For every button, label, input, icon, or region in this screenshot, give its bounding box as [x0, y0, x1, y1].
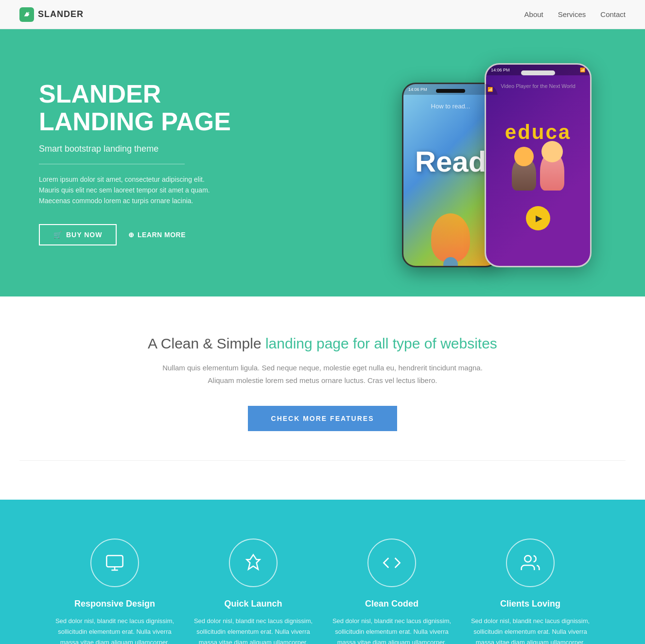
- feature-code-title: Clean Coded: [332, 599, 452, 609]
- hero-phones: 14:06 PM 📶 How to read... Read 14:06 PM …: [272, 58, 606, 267]
- nav-link-services[interactable]: Services: [558, 10, 586, 18]
- rocket-icon-circle: [229, 539, 278, 587]
- features-grid: Responsive Design Sed dolor nisl, blandi…: [55, 539, 590, 644]
- users-icon-circle: [506, 539, 555, 587]
- code-icon: [382, 553, 401, 573]
- nav-item-about[interactable]: About: [524, 10, 543, 19]
- monitor-icon: [105, 553, 124, 573]
- characters-illustration: [512, 152, 564, 191]
- hero-subtitle: Smart bootstrap landing theme: [39, 144, 272, 154]
- feature-responsive: Responsive Design Sed dolor nisl, blandi…: [55, 539, 174, 644]
- middle-description: Nullam quis elementum ligula. Sed neque …: [153, 362, 493, 386]
- check-features-button[interactable]: CHECK MORE FEATURES: [248, 406, 398, 431]
- nav-link-contact[interactable]: Contact: [600, 10, 626, 18]
- middle-divider: [19, 460, 626, 461]
- code-icon-circle: [367, 539, 416, 587]
- hero-buttons: 🛒 BUY NOW ⊕ LEARN MORE: [39, 224, 272, 245]
- nav-links: About Services Contact: [524, 10, 626, 19]
- middle-title: A Clean & Simple landing page for all ty…: [19, 335, 626, 352]
- hero-section: SLANDER LANDING PAGE Smart bootstrap lan…: [0, 29, 645, 296]
- monitor-icon-circle: [90, 539, 139, 587]
- feature-code-desc: Sed dolor nisl, blandit nec lacus dignis…: [332, 616, 452, 644]
- hero-content: SLANDER LANDING PAGE Smart bootstrap lan…: [39, 80, 272, 245]
- balloon-illustration: [431, 213, 470, 262]
- hero-description: Lorem ipsum dolor sit amet, consectetur …: [39, 174, 224, 207]
- brand[interactable]: SLANDER: [19, 7, 84, 22]
- buy-now-button[interactable]: 🛒 BUY NOW: [39, 224, 117, 245]
- feature-launch: Quick Launch Sed dolor nisl, blandit nec…: [194, 539, 313, 644]
- phone-white-notch: [521, 70, 555, 75]
- brand-icon: [19, 7, 34, 22]
- feature-launch-desc: Sed dolor nisl, blandit nec lacus dignis…: [194, 616, 313, 644]
- brand-name: SLANDER: [38, 9, 84, 19]
- feature-clients-desc: Sed dolor nisl, blandit nec lacus dignis…: [471, 616, 590, 644]
- feature-clients: Clients Loving Sed dolor nisl, blandit n…: [471, 539, 590, 644]
- phone-white: 14:06 PM 📶 Video Player for the Next Wor…: [485, 63, 592, 267]
- features-section: Responsive Design Sed dolor nisl, blandi…: [0, 500, 645, 644]
- phone-white-screen: Video Player for the Next World educa ▶: [486, 65, 590, 266]
- circle-plus-icon: ⊕: [128, 231, 135, 239]
- feature-responsive-title: Responsive Design: [55, 599, 174, 609]
- play-button[interactable]: ▶: [526, 206, 550, 230]
- phone-educa-text: educa: [505, 121, 571, 144]
- middle-section: A Clean & Simple landing page for all ty…: [0, 296, 645, 500]
- feature-responsive-desc: Sed dolor nisl, blandit nec lacus dignis…: [55, 616, 174, 644]
- phone-read-text: Read: [415, 145, 487, 178]
- nav-item-contact[interactable]: Contact: [600, 10, 626, 19]
- phone-black-notch: [436, 89, 465, 93]
- feature-code: Clean Coded Sed dolor nisl, blandit nec …: [332, 539, 452, 644]
- learn-more-button[interactable]: ⊕ LEARN MORE: [128, 231, 186, 239]
- nav-item-services[interactable]: Services: [558, 10, 586, 19]
- svg-rect-1: [106, 556, 122, 567]
- rocket-icon: [244, 553, 263, 573]
- cart-icon: 🛒: [53, 231, 62, 239]
- users-icon: [521, 553, 540, 573]
- hero-title: SLANDER LANDING PAGE: [39, 80, 272, 136]
- navbar: SLANDER About Services Contact: [0, 0, 645, 29]
- feature-clients-title: Clients Loving: [471, 599, 590, 609]
- nav-link-about[interactable]: About: [524, 10, 543, 18]
- hero-divider: [39, 164, 185, 164]
- phone-black-screen: How to read... Read: [403, 84, 498, 266]
- feature-launch-title: Quick Launch: [194, 599, 313, 609]
- svg-point-4: [524, 556, 531, 562]
- svg-point-0: [28, 12, 30, 14]
